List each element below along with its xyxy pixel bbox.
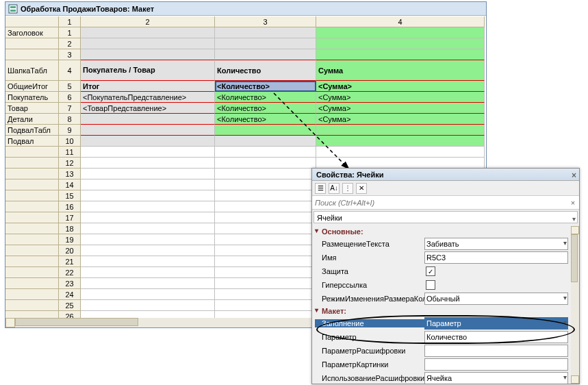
section-label-cell[interactable] [5, 49, 59, 60]
data-cell[interactable] [215, 179, 316, 190]
data-cell[interactable]: <Количество> [215, 92, 316, 103]
data-cell[interactable] [81, 278, 215, 289]
row-number-cell[interactable]: 26 [59, 311, 81, 318]
data-cell[interactable] [215, 311, 316, 318]
data-cell[interactable] [81, 300, 215, 311]
section-label-cell[interactable]: Подвал [5, 136, 59, 147]
scroll-down-button[interactable] [571, 375, 579, 384]
row-number-cell[interactable]: 23 [59, 278, 81, 289]
data-cell[interactable] [316, 158, 485, 169]
clear-search-icon[interactable]: × [567, 199, 579, 207]
data-cell[interactable]: <ТоварПредставление> [81, 103, 215, 114]
section-label-cell[interactable] [5, 201, 59, 212]
section-label-cell[interactable]: ОбщиеИтог [5, 81, 59, 92]
data-cell[interactable]: <Количество> [215, 114, 316, 125]
section-label-cell[interactable] [5, 147, 59, 158]
data-cell[interactable] [81, 212, 215, 223]
property-text-input[interactable] [424, 345, 568, 357]
data-cell[interactable] [316, 125, 485, 136]
properties-breadcrumb[interactable]: Ячейки ▾ [314, 211, 578, 223]
data-cell[interactable]: <Сумма> [316, 81, 485, 92]
property-dropdown[interactable]: Ячейка▾ [424, 372, 568, 384]
data-cell[interactable]: <Сумма> [316, 92, 485, 103]
section-label-cell[interactable]: ШапкаТабл [5, 60, 59, 81]
checkbox-icon[interactable] [426, 280, 435, 290]
scroll-up-button[interactable] [571, 226, 579, 234]
row-number-cell[interactable]: 3 [59, 49, 81, 60]
data-cell[interactable]: <Количество> [215, 81, 316, 92]
property-checkbox[interactable] [424, 279, 568, 291]
data-cell[interactable] [215, 256, 316, 267]
data-cell[interactable] [215, 147, 316, 158]
data-cell[interactable] [316, 38, 485, 49]
section-label-cell[interactable] [5, 267, 59, 278]
chevron-down-icon[interactable]: ▾ [563, 319, 567, 326]
row-number-cell[interactable]: 22 [59, 267, 81, 278]
data-cell[interactable] [215, 190, 316, 201]
row-number-cell[interactable]: 11 [59, 147, 81, 158]
data-cell[interactable] [81, 158, 215, 169]
property-group-header[interactable]: Основные: [315, 226, 568, 237]
data-cell[interactable] [81, 136, 215, 147]
chevron-down-icon[interactable]: ▾ [563, 294, 567, 301]
corner-cell[interactable] [5, 16, 59, 27]
section-label-cell[interactable] [5, 245, 59, 256]
data-cell[interactable]: Количество [215, 60, 316, 81]
section-label-cell[interactable] [5, 289, 59, 300]
property-text-input[interactable] [424, 358, 568, 371]
checkbox-icon[interactable]: ✓ [426, 266, 435, 276]
data-cell[interactable] [215, 278, 316, 289]
row-number-cell[interactable]: 2 [59, 38, 81, 49]
row-number-cell[interactable]: 4 [59, 60, 81, 81]
data-cell[interactable] [81, 49, 215, 60]
row-number-cell[interactable]: 1 [59, 27, 81, 38]
data-cell[interactable] [81, 27, 215, 38]
row-number-cell[interactable]: 12 [59, 158, 81, 169]
data-cell[interactable] [81, 289, 215, 300]
sort-alpha-icon[interactable]: A↓ [329, 183, 340, 194]
data-cell[interactable] [81, 147, 215, 158]
data-cell[interactable]: Итог [81, 81, 215, 92]
section-label-cell[interactable] [5, 300, 59, 311]
data-cell[interactable] [215, 201, 316, 212]
row-number-cell[interactable]: 15 [59, 190, 81, 201]
section-label-cell[interactable] [5, 311, 59, 318]
data-cell[interactable] [81, 114, 215, 125]
data-cell[interactable] [81, 311, 215, 318]
row-number-cell[interactable]: 13 [59, 169, 81, 179]
section-label-cell[interactable] [5, 212, 59, 223]
data-cell[interactable] [81, 256, 215, 267]
section-label-cell[interactable] [5, 223, 59, 234]
section-label-cell[interactable] [5, 38, 59, 49]
data-cell[interactable] [215, 169, 316, 179]
data-cell[interactable] [81, 125, 215, 136]
section-label-cell[interactable] [5, 169, 59, 179]
data-cell[interactable] [81, 190, 215, 201]
filter-icon[interactable]: ⋮ [342, 183, 353, 194]
data-cell[interactable] [215, 300, 316, 311]
data-cell[interactable] [215, 136, 316, 147]
properties-vertical-scrollbar[interactable] [571, 226, 579, 384]
row-number-cell[interactable]: 8 [59, 114, 81, 125]
chevron-down-icon[interactable]: ▾ [563, 239, 567, 247]
col-header-2[interactable]: 2 [81, 16, 215, 27]
property-text-input[interactable]: R5C3 [424, 251, 568, 264]
data-cell[interactable] [81, 245, 215, 256]
property-checkbox[interactable]: ✓ [424, 265, 568, 277]
property-group-header[interactable]: Макет: [315, 306, 568, 316]
row-number-cell[interactable]: 24 [59, 289, 81, 300]
data-cell[interactable] [81, 38, 215, 49]
data-cell[interactable] [215, 212, 316, 223]
row-number-cell[interactable]: 5 [59, 81, 81, 92]
section-label-cell[interactable] [5, 158, 59, 169]
data-cell[interactable] [81, 223, 215, 234]
row-number-cell[interactable]: 10 [59, 136, 81, 147]
section-label-cell[interactable]: Заголовок [5, 27, 59, 38]
data-cell[interactable]: <Сумма> [316, 114, 485, 125]
data-cell[interactable] [215, 158, 316, 169]
data-cell[interactable] [81, 169, 215, 179]
data-cell[interactable] [316, 136, 485, 147]
data-cell[interactable] [215, 27, 316, 38]
row-number-cell[interactable]: 14 [59, 179, 81, 190]
col-header-4[interactable]: 4 [316, 16, 485, 27]
